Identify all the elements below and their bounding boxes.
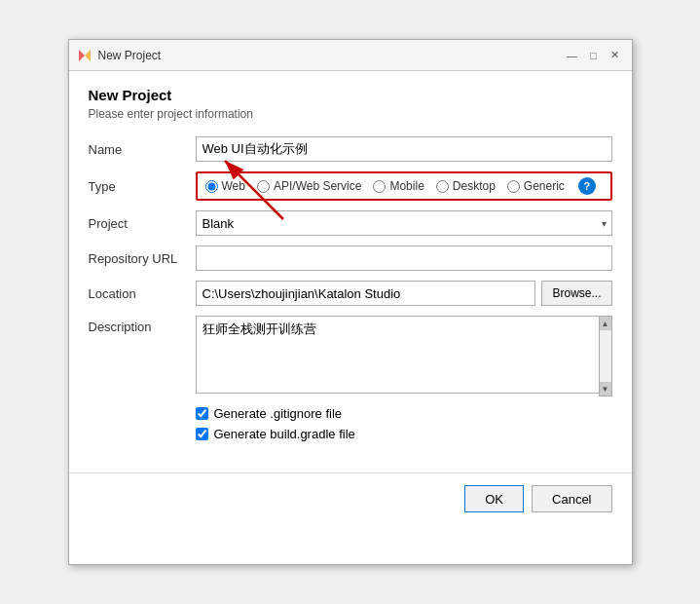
radio-desktop: Desktop xyxy=(436,179,496,193)
location-input-group: Browse... xyxy=(196,281,612,306)
scrollbar-up-button[interactable]: ▲ xyxy=(600,317,611,330)
scrollbar-track: ▲ ▼ xyxy=(599,316,612,396)
close-button[interactable]: ✕ xyxy=(607,47,624,64)
checkbox-gradle-label[interactable]: Generate build.gradle file xyxy=(214,427,355,441)
type-options-box: Web API/Web Service Mobile Desktop xyxy=(196,171,612,201)
browse-button[interactable]: Browse... xyxy=(541,281,611,306)
location-control: Browse... xyxy=(196,281,612,306)
dialog-content: New Project Please enter project informa… xyxy=(69,71,632,463)
name-row: Name xyxy=(89,136,612,162)
radio-mobile-label[interactable]: Mobile xyxy=(389,179,424,193)
description-area: 狂师全栈测开训练营 ▲ ▼ xyxy=(196,316,612,396)
description-input[interactable]: 狂师全栈测开训练营 xyxy=(196,316,612,394)
name-label: Name xyxy=(89,142,196,157)
radio-web-input[interactable] xyxy=(205,180,218,193)
title-bar: New Project — □ ✕ xyxy=(69,40,632,71)
radio-mobile-input[interactable] xyxy=(373,180,386,193)
minimize-button[interactable]: — xyxy=(564,47,581,64)
window-controls: — □ ✕ xyxy=(564,47,624,64)
radio-desktop-input[interactable] xyxy=(436,180,449,193)
location-label: Location xyxy=(89,286,196,301)
radio-desktop-label[interactable]: Desktop xyxy=(453,179,496,193)
checkbox-gitignore[interactable] xyxy=(196,407,208,420)
radio-api-input[interactable] xyxy=(257,180,270,193)
app-icon xyxy=(77,48,92,63)
location-input[interactable] xyxy=(196,281,536,306)
radio-api-label[interactable]: API/Web Service xyxy=(274,179,361,193)
svg-marker-0 xyxy=(79,50,85,61)
type-options-wrapper: Web API/Web Service Mobile Desktop xyxy=(196,171,612,201)
dialog-subheading: Please enter project information xyxy=(89,107,612,121)
repo-control xyxy=(196,245,612,271)
project-control: Blank ▾ xyxy=(196,210,612,236)
radio-generic-label[interactable]: Generic xyxy=(524,179,565,193)
project-label: Project xyxy=(89,216,196,231)
location-row: Location Browse... xyxy=(89,281,612,306)
radio-generic-input[interactable] xyxy=(507,180,520,193)
scrollbar-down-button[interactable]: ▼ xyxy=(600,382,611,396)
svg-marker-1 xyxy=(85,50,91,61)
checkbox-gradle[interactable] xyxy=(196,428,208,440)
new-project-dialog: New Project — □ ✕ New Project Please ent… xyxy=(68,39,633,565)
scrollbar-body xyxy=(600,330,611,382)
description-row: Description 狂师全栈测开训练营 ▲ ▼ xyxy=(89,316,612,396)
cancel-button[interactable]: Cancel xyxy=(532,485,611,512)
project-select[interactable]: Blank xyxy=(196,210,612,236)
checkboxes-group: Generate .gitignore file Generate build.… xyxy=(196,406,612,441)
name-control xyxy=(196,136,612,162)
radio-api: API/Web Service xyxy=(257,179,361,193)
maximize-button[interactable]: □ xyxy=(585,47,603,64)
type-label: Type xyxy=(89,179,196,194)
radio-web-label[interactable]: Web xyxy=(222,179,245,193)
dialog-heading: New Project xyxy=(89,87,612,103)
radio-web: Web xyxy=(205,179,245,193)
radio-mobile: Mobile xyxy=(373,179,424,193)
ok-button[interactable]: OK xyxy=(464,485,524,512)
checkbox-gitignore-row: Generate .gitignore file xyxy=(196,406,612,421)
type-row: Type Web API/Web Service Mobile xyxy=(89,171,612,201)
help-icon[interactable]: ? xyxy=(578,177,596,195)
checkbox-gradle-row: Generate build.gradle file xyxy=(196,427,612,441)
checkbox-gitignore-label[interactable]: Generate .gitignore file xyxy=(214,406,343,421)
window-title: New Project xyxy=(98,49,564,62)
repo-input[interactable] xyxy=(196,245,612,271)
description-label: Description xyxy=(89,316,196,334)
repo-label: Repository URL xyxy=(89,251,196,266)
dialog-footer: OK Cancel xyxy=(69,472,632,528)
project-select-wrapper: Blank ▾ xyxy=(196,210,612,236)
name-input[interactable] xyxy=(196,136,612,162)
radio-generic: Generic xyxy=(507,179,565,193)
project-row: Project Blank ▾ xyxy=(89,210,612,236)
repo-row: Repository URL xyxy=(89,245,612,271)
